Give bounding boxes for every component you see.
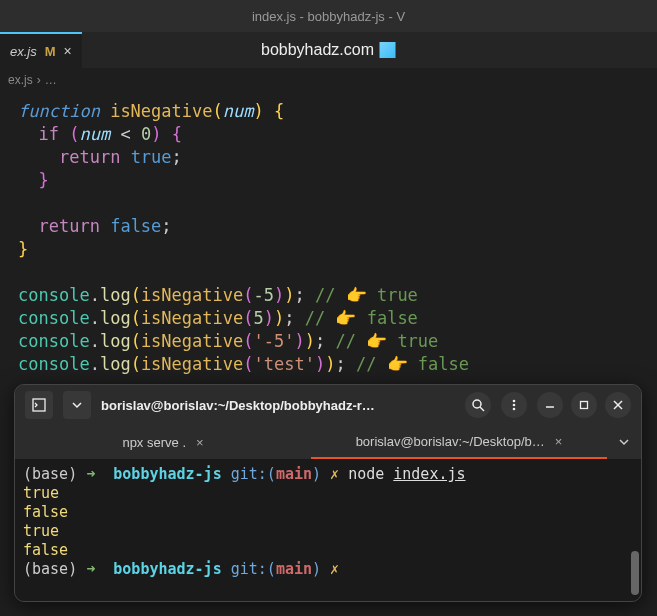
breadcrumb-file: ex.js (8, 73, 33, 87)
chevron-down-icon (619, 437, 629, 447)
terminal-body[interactable]: (base) ➜ bobbyhadz-js git:(main) ✗ node … (15, 459, 641, 601)
code-editor[interactable]: function isNegative(num) { if (num < 0) … (0, 92, 657, 384)
keyword-if: if (38, 124, 58, 144)
keyword-return: return (59, 147, 120, 167)
window-title: index.js - bobbyhadz-js - V (252, 9, 405, 24)
window-titlebar: index.js - bobbyhadz-js - V (0, 0, 657, 32)
kebab-icon (507, 398, 521, 412)
svg-point-4 (513, 404, 516, 407)
git-dirty-icon: ✗ (330, 465, 339, 483)
terminal-tab-2-label: borislav@borislav:~/Desktop/b… (356, 434, 545, 449)
terminal-tab-1[interactable]: npx serve . × (15, 425, 311, 459)
breadcrumb-more: … (45, 73, 57, 87)
search-button[interactable] (465, 392, 491, 418)
terminal-titlebar: borislav@borislav:~/Desktop/bobbyhadz-r… (15, 385, 641, 425)
editor-tabbar: ex.js M × bobbyhadz.com (0, 32, 657, 68)
breadcrumb[interactable]: ex.js › … (0, 68, 657, 92)
console: console (18, 285, 90, 305)
output-line: false (23, 503, 68, 521)
terminal-tab-menu[interactable] (607, 425, 641, 459)
terminal-title: borislav@borislav:~/Desktop/bobbyhadz-r… (101, 398, 455, 413)
terminal-tab-2[interactable]: borislav@borislav:~/Desktop/b… × (311, 425, 607, 459)
git-branch: main (276, 465, 312, 483)
tab-filename: ex.js (10, 44, 37, 59)
svg-point-1 (473, 400, 481, 408)
svg-rect-0 (33, 399, 45, 411)
svg-rect-7 (581, 402, 588, 409)
new-tab-button[interactable] (25, 391, 53, 419)
prompt-base: (base) (23, 465, 77, 483)
param-num: num (223, 101, 254, 121)
close-button[interactable] (605, 392, 631, 418)
cmd-file: index.js (393, 465, 465, 483)
output-line: true (23, 522, 59, 540)
tab-close-icon[interactable]: × (64, 43, 72, 59)
close-icon (612, 399, 624, 411)
comment: // 👉️ true (315, 285, 418, 305)
watermark-text: bobbyhadz.com (261, 41, 374, 59)
dropdown-button[interactable] (63, 391, 91, 419)
maximize-button[interactable] (571, 392, 597, 418)
minimize-button[interactable] (537, 392, 563, 418)
minimize-icon (544, 399, 556, 411)
terminal-scrollbar[interactable] (631, 551, 639, 595)
keyword-function: function (18, 101, 100, 121)
terminal-tab-1-close[interactable]: × (196, 435, 204, 450)
svg-point-3 (513, 400, 516, 403)
terminal-icon (32, 398, 46, 412)
search-icon (471, 398, 485, 412)
maximize-icon (578, 399, 590, 411)
terminal-window: borislav@borislav:~/Desktop/bobbyhadz-r…… (14, 384, 642, 602)
cube-icon (380, 42, 396, 58)
watermark: bobbyhadz.com (261, 41, 396, 59)
terminal-tabs: npx serve . × borislav@borislav:~/Deskto… (15, 425, 641, 459)
chevron-down-icon (72, 400, 82, 410)
prompt-arrow: ➜ (86, 465, 95, 483)
output-line: false (23, 541, 68, 559)
function-name: isNegative (110, 101, 212, 121)
menu-button[interactable] (501, 392, 527, 418)
terminal-tab-2-close[interactable]: × (555, 434, 563, 449)
terminal-tab-1-label: npx serve . (122, 435, 186, 450)
cmd-node: node (348, 465, 384, 483)
svg-point-5 (513, 408, 516, 411)
editor-tab-index-js[interactable]: ex.js M × (0, 32, 82, 68)
tab-modified-indicator: M (45, 44, 56, 59)
svg-line-2 (480, 407, 484, 411)
breadcrumb-separator: › (37, 73, 41, 87)
output-line: true (23, 484, 59, 502)
prompt-dir: bobbyhadz-js (113, 465, 221, 483)
